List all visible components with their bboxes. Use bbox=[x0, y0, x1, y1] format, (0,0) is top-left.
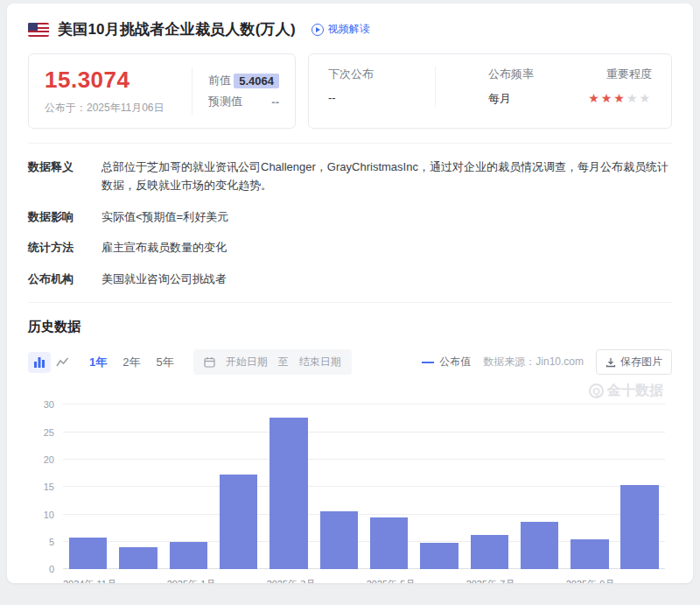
info-text: 雇主宣布裁员数量的变化 bbox=[102, 238, 227, 257]
range-tab-2y[interactable]: 2年 bbox=[122, 355, 140, 370]
chart-plot: 051015202530 bbox=[63, 405, 665, 569]
current-value-wrap: 15.3074 公布于：2025年11月06日 bbox=[45, 67, 192, 116]
bar-slot bbox=[263, 405, 313, 569]
watermark-text: 金十数据 bbox=[607, 382, 663, 400]
x-tick-label: 2024年 11月 bbox=[63, 578, 116, 583]
page-title: 美国10月挑战者企业裁员人数(万人) bbox=[58, 19, 296, 39]
chart-bar-2025-07[interactable] bbox=[471, 535, 509, 569]
x-tick-slot: 2025年 7月 bbox=[466, 578, 515, 583]
x-tick-slot: 2025年 1月 bbox=[166, 578, 216, 583]
line-chart-icon[interactable] bbox=[51, 352, 74, 373]
bar-slot bbox=[63, 405, 113, 569]
prev-row: 前值 5.4064 bbox=[208, 73, 279, 88]
chart-bar-2025-09[interactable] bbox=[570, 539, 609, 569]
bar-slot bbox=[214, 405, 263, 569]
x-tick-label: 2025年 1月 bbox=[167, 578, 216, 583]
importance-col: 重要程度 ★★★★★ bbox=[588, 67, 652, 105]
date-start[interactable]: 开始日期 bbox=[226, 355, 268, 369]
history-chart: Q 金十数据 051015202530 2024年 11月2025年 1月202… bbox=[28, 405, 672, 583]
x-tick-slot: 2025年 9月 bbox=[565, 578, 615, 583]
chart-bar-2024-11[interactable] bbox=[69, 538, 108, 569]
info-label: 统计方法 bbox=[28, 238, 102, 257]
video-link[interactable]: 视频解读 bbox=[312, 22, 370, 37]
importance-stars: ★★★★★ bbox=[588, 91, 652, 105]
bar-slot bbox=[113, 405, 163, 569]
stats-row: 15.3074 公布于：2025年11月06日 前值 5.4064 预测值 -- bbox=[28, 53, 672, 129]
chart-bar-2025-02[interactable] bbox=[220, 475, 258, 569]
star-icon: ★ bbox=[626, 91, 640, 105]
frequency-label: 公布频率 bbox=[488, 67, 534, 82]
schedule-box: 下次公布 -- 公布频率 每月 重要程度 ★★★★★ bbox=[308, 53, 672, 129]
x-tick-label: 2025年 7月 bbox=[466, 578, 515, 583]
bars-container bbox=[63, 405, 665, 569]
chart-controls: 1年 2年 5年 开始日期 至 结束日期 公布值 数据来源：Jin10.com … bbox=[28, 349, 672, 375]
x-tick-slot bbox=[216, 578, 266, 583]
x-tick-label: 2025年 3月 bbox=[267, 578, 316, 583]
x-tick-slot: 2025年 5月 bbox=[366, 578, 416, 583]
current-value: 15.3074 bbox=[45, 67, 192, 94]
forecast-label: 预测值 bbox=[208, 94, 242, 109]
x-tick-slot bbox=[615, 578, 665, 583]
bar-chart-icon[interactable] bbox=[28, 352, 51, 373]
star-icon: ★ bbox=[588, 91, 601, 105]
current-value-box: 15.3074 公布于：2025年11月06日 前值 5.4064 预测值 -- bbox=[28, 53, 296, 129]
data-source: 数据来源：Jin10.com bbox=[483, 355, 584, 369]
history-title: 历史数据 bbox=[28, 319, 672, 335]
prev-forecast-col: 前值 5.4064 预测值 -- bbox=[192, 67, 279, 115]
y-tick-label: 20 bbox=[32, 454, 54, 465]
chart-bar-2025-08[interactable] bbox=[521, 522, 559, 569]
x-tick-label: 2025年 5月 bbox=[367, 578, 416, 583]
chart-bar-2024-12[interactable] bbox=[119, 547, 158, 569]
frequency-value: 每月 bbox=[488, 91, 534, 107]
forecast-value: -- bbox=[271, 95, 279, 109]
chart-bar-2025-04[interactable] bbox=[320, 511, 359, 569]
next-release-value: -- bbox=[328, 91, 374, 104]
published-date: 公布于：2025年11月06日 bbox=[45, 101, 192, 116]
y-tick-label: 0 bbox=[32, 564, 54, 574]
x-tick-slot: 2025年 3月 bbox=[266, 578, 316, 583]
legend-swatch bbox=[422, 362, 434, 363]
range-tab-5y[interactable]: 5年 bbox=[156, 355, 173, 370]
bar-slot bbox=[564, 405, 614, 569]
bar-slot bbox=[164, 405, 214, 569]
x-tick-slot bbox=[116, 578, 166, 583]
chart-bar-2025-06[interactable] bbox=[420, 543, 458, 569]
star-icon: ★ bbox=[639, 91, 652, 105]
info-row-method: 统计方法 雇主宣布裁员数量的变化 bbox=[28, 238, 672, 257]
chart-bar-2025-10[interactable] bbox=[620, 485, 659, 569]
chart-xaxis: 2024年 11月2025年 1月2025年 3月2025年 5月2025年 7… bbox=[63, 578, 665, 583]
download-icon bbox=[606, 357, 616, 368]
save-image-button[interactable]: 保存图片 bbox=[596, 349, 672, 375]
calendar-icon bbox=[204, 356, 215, 368]
date-range-picker[interactable]: 开始日期 至 结束日期 bbox=[193, 349, 352, 375]
y-tick-label: 25 bbox=[32, 427, 54, 438]
date-end[interactable]: 结束日期 bbox=[299, 355, 341, 369]
x-tick-slot: 2024年 11月 bbox=[63, 578, 116, 583]
bar-slot bbox=[414, 405, 464, 569]
info-label: 公布机构 bbox=[28, 270, 102, 288]
next-release-col: 下次公布 -- bbox=[328, 67, 374, 104]
chart-legend: 公布值 bbox=[422, 355, 471, 369]
page: 美国10月挑战者企业裁员人数(万人) 视频解读 15.3074 公布于：2025… bbox=[0, 0, 700, 605]
y-tick-label: 30 bbox=[32, 399, 54, 410]
header: 美国10月挑战者企业裁员人数(万人) 视频解读 bbox=[28, 19, 672, 39]
x-tick-slot bbox=[515, 578, 565, 583]
bar-slot bbox=[514, 405, 564, 569]
divider-history bbox=[28, 302, 672, 303]
y-tick-label: 15 bbox=[32, 482, 54, 492]
importance-label: 重要程度 bbox=[606, 67, 652, 82]
divider-top bbox=[28, 143, 672, 144]
info-row-definition: 数据释义 总部位于芝加哥的就业资讯公司Challenger，GrayChrist… bbox=[28, 158, 672, 195]
chart-bar-2025-03[interactable] bbox=[270, 418, 308, 569]
info-text: 实际值<预期值=利好美元 bbox=[102, 208, 228, 226]
bar-slot bbox=[364, 405, 414, 569]
chart-bar-2025-05[interactable] bbox=[370, 517, 409, 570]
save-image-label: 保存图片 bbox=[620, 355, 662, 369]
range-tab-1y[interactable]: 1年 bbox=[89, 355, 107, 370]
info-label: 数据释义 bbox=[28, 158, 102, 195]
chart-bar-2025-01[interactable] bbox=[170, 542, 208, 569]
bar-slot bbox=[615, 405, 665, 569]
info-row-impact: 数据影响 实际值<预期值=利好美元 bbox=[28, 208, 672, 226]
us-flag-icon bbox=[28, 23, 49, 37]
info-text: 总部位于芝加哥的就业资讯公司Challenger，GrayChristmasIn… bbox=[102, 158, 672, 195]
